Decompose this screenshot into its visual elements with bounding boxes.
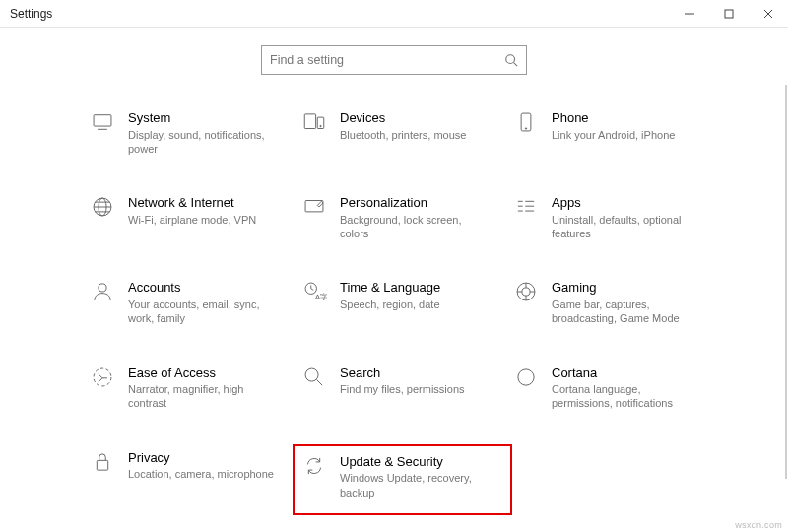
svg-line-5 — [514, 63, 518, 67]
close-button[interactable] — [749, 0, 788, 28]
tile-search[interactable]: Search Find my files, permissions — [300, 360, 512, 415]
tile-desc: Your accounts, email, sync, work, family — [128, 298, 276, 326]
cortana-icon — [512, 364, 540, 391]
svg-point-12 — [525, 128, 526, 129]
window-controls — [670, 0, 788, 28]
tile-title: Network & Internet — [128, 195, 256, 211]
tile-desc: Uninstall, defaults, optional features — [552, 213, 699, 241]
ease-of-access-icon — [89, 364, 116, 391]
close-icon — [763, 9, 773, 19]
personalization-icon — [300, 193, 328, 221]
settings-content: System Display, sound, notifications, po… — [0, 85, 788, 515]
tile-title: Ease of Access — [128, 366, 276, 381]
watermark: wsxdn.com — [735, 520, 782, 530]
tile-title: Privacy — [128, 450, 274, 466]
time-language-icon: A字 — [300, 278, 328, 305]
window-title: Settings — [10, 7, 52, 21]
svg-point-40 — [518, 368, 534, 384]
tile-ease-of-access[interactable]: Ease of Access Narrator, magnifier, high… — [89, 360, 300, 415]
tile-title: Devices — [340, 110, 466, 126]
search-input[interactable] — [270, 53, 504, 67]
search-box[interactable] — [261, 45, 527, 75]
tile-personalization[interactable]: Personalization Background, lock screen,… — [300, 189, 512, 244]
svg-rect-1 — [725, 10, 733, 18]
svg-rect-8 — [304, 114, 315, 129]
tile-devices[interactable]: Devices Bluetooth, printers, mouse — [300, 104, 512, 160]
gaming-icon — [512, 278, 540, 305]
minimize-button[interactable] — [670, 0, 709, 28]
tile-title: Accounts — [128, 280, 276, 296]
tile-desc: Windows Update, recovery, backup — [340, 471, 488, 499]
svg-line-39 — [316, 379, 322, 385]
tile-network[interactable]: Network & Internet Wi-Fi, airplane mode,… — [89, 189, 300, 244]
tile-privacy[interactable]: Privacy Location, camera, microphone — [89, 444, 300, 515]
maximize-button[interactable] — [709, 0, 749, 28]
svg-point-10 — [320, 125, 321, 126]
tile-time-language[interactable]: A字 Time & Language Speech, region, date — [300, 274, 512, 329]
svg-point-25 — [98, 284, 106, 292]
system-icon — [89, 108, 116, 136]
tile-gaming[interactable]: Gaming Game bar, captures, broadcasting,… — [512, 274, 724, 329]
tile-desc: Display, sound, notifications, power — [128, 128, 276, 157]
tile-phone[interactable]: Phone Link your Android, iPhone — [512, 104, 724, 160]
svg-point-4 — [506, 55, 515, 64]
tile-desc: Link your Android, iPhone — [552, 128, 675, 142]
svg-rect-41 — [97, 460, 107, 470]
tile-title: Search — [340, 366, 465, 381]
svg-point-38 — [305, 368, 318, 381]
apps-icon — [512, 193, 540, 221]
devices-icon — [300, 108, 328, 136]
svg-point-36 — [94, 368, 111, 386]
tile-desc: Speech, region, date — [340, 298, 440, 311]
settings-grid: System Display, sound, notifications, po… — [89, 104, 768, 515]
tile-title: Gaming — [552, 280, 699, 296]
tile-desc: Bluetooth, printers, mouse — [340, 128, 466, 142]
tile-title: System — [128, 110, 276, 126]
tile-title: Apps — [552, 195, 699, 211]
tile-title: Phone — [552, 110, 675, 126]
tile-system[interactable]: System Display, sound, notifications, po… — [89, 104, 300, 160]
phone-icon — [512, 108, 540, 136]
tile-desc: Cortana language, permissions, notificat… — [552, 382, 699, 411]
maximize-icon — [724, 9, 734, 19]
tile-desc: Find my files, permissions — [340, 382, 465, 396]
minimize-icon — [685, 9, 694, 19]
empty-cell — [512, 444, 724, 515]
tile-title: Time & Language — [340, 280, 440, 296]
search-area — [0, 28, 788, 85]
search-icon — [504, 53, 518, 67]
tile-desc: Narrator, magnifier, high contrast — [128, 382, 276, 411]
tile-desc: Location, camera, microphone — [128, 467, 274, 481]
svg-line-28 — [311, 289, 313, 291]
tile-cortana[interactable]: Cortana Cortana language, permissions, n… — [512, 360, 724, 415]
tile-apps[interactable]: Apps Uninstall, defaults, optional featu… — [512, 189, 724, 244]
tile-desc: Wi-Fi, airplane mode, VPN — [128, 213, 256, 227]
tile-title: Personalization — [340, 195, 488, 211]
tile-desc: Game bar, captures, broadcasting, Game M… — [552, 298, 699, 326]
tile-title: Update & Security — [340, 454, 488, 470]
svg-text:A字: A字 — [315, 294, 327, 302]
accounts-icon — [89, 278, 116, 305]
update-icon — [300, 452, 328, 480]
tile-accounts[interactable]: Accounts Your accounts, email, sync, wor… — [89, 274, 300, 329]
scrollbar[interactable] — [785, 85, 787, 479]
titlebar: Settings — [0, 0, 788, 28]
lock-icon — [89, 448, 116, 476]
svg-point-31 — [522, 288, 530, 296]
tile-title: Cortana — [552, 366, 699, 381]
tile-update-security[interactable]: Update & Security Windows Update, recove… — [293, 444, 512, 515]
search-category-icon — [300, 364, 328, 391]
svg-rect-6 — [94, 115, 111, 126]
tile-desc: Background, lock screen, colors — [340, 213, 488, 241]
globe-icon — [89, 193, 116, 221]
